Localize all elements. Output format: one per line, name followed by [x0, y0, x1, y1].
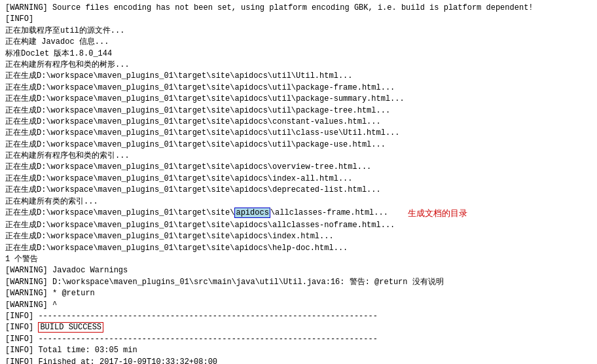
log-line: 正在生成D:\workspace\maven_plugins_01\target…: [5, 162, 592, 173]
log-line: 正在生成D:\workspace\maven_plugins_01\target…: [5, 173, 592, 185]
log-line: 正在构建所有类的索引...: [5, 196, 592, 208]
log-line: [WARNING] Source files encoding has not …: [5, 3, 592, 14]
log-line: 正在生成D:\workspace\maven_plugins_01\target…: [5, 82, 592, 94]
log-line: 正在生成D:\workspace\maven_plugins_01\target…: [5, 231, 592, 242]
log-line: 正在生成D:\workspace\maven_plugins_01\target…: [5, 105, 592, 117]
log-line: 正在构建所有程序包和类的索引...: [5, 151, 592, 162]
log-line: [INFO]: [5, 14, 592, 25]
log-line: 1 个警告: [5, 254, 592, 265]
console-output: [WARNING] Source files encoding has not …: [0, 0, 597, 364]
log-line: 正在生成D:\workspace\maven_plugins_01\target…: [5, 220, 592, 231]
log-line: 正在生成D:\workspace\maven_plugins_01\target…: [5, 128, 592, 139]
log-line: [WARNING] D:\workspace\maven_plugins_01\…: [5, 277, 592, 288]
apidocs-highlight: apidocs: [234, 208, 270, 218]
log-line-dashed: [INFO] ---------------------------------…: [5, 334, 592, 345]
log-line: 正在生成D:\workspace\maven_plugins_01\target…: [5, 243, 592, 254]
log-line-dashed: [INFO] ---------------------------------…: [5, 311, 592, 322]
log-line-build-success: [INFO] BUILD SUCCESS: [5, 322, 592, 333]
log-line-apidocs-row: 正在生成D:\workspace\maven_plugins_01\target…: [5, 208, 592, 220]
log-line: 正在构建 Javadoc 信息...: [5, 37, 592, 48]
log-line: 正在构建所有程序包和类的树形...: [5, 60, 592, 71]
log-line: 正在生成D:\workspace\maven_plugins_01\target…: [5, 185, 592, 196]
log-line: [WARNING] * @return: [5, 288, 592, 299]
log-line: 正在生成D:\workspace\maven_plugins_01\target…: [5, 117, 592, 128]
log-line-apidocs: 正在生成D:\workspace\maven_plugins_01\target…: [5, 208, 388, 219]
log-line: [WARNING] ^: [5, 300, 592, 311]
log-line: 正在生成D:\workspace\maven_plugins_01\target…: [5, 139, 592, 151]
log-line: 标准Doclet 版本1.8.0_144: [5, 48, 592, 60]
log-line: [INFO] Total time: 03:05 min: [5, 345, 592, 356]
log-line: 正在生成D:\workspace\maven_plugins_01\target…: [5, 71, 592, 82]
build-success-badge: BUILD SUCCESS: [38, 322, 103, 333]
log-line: [INFO] Finished at: 2017-10-09T10:33:32+…: [5, 357, 592, 364]
annotation-label: 生成文档的目录: [408, 208, 467, 220]
log-line: 正在加载程序至util的源文件...: [5, 26, 592, 37]
log-line: 正在生成D:\workspace\maven_plugins_01\target…: [5, 94, 592, 105]
log-line: [WARNING] Javadoc Warnings: [5, 265, 592, 276]
